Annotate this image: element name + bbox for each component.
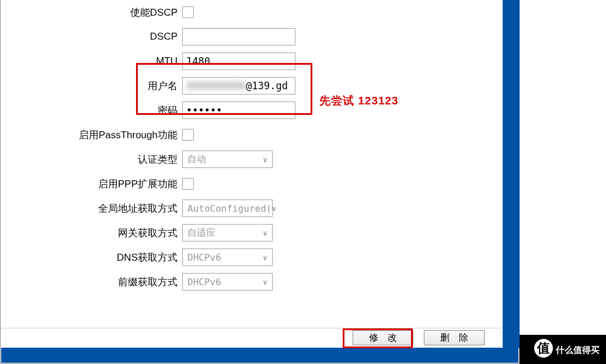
auth-type-select[interactable]: 自动 ∨: [182, 150, 273, 168]
dns-select[interactable]: DHCPv6 ∨: [182, 249, 273, 266]
dscp-input[interactable]: [182, 28, 295, 46]
username-input[interactable]: XXXXXXXXXX@139.gd: [182, 77, 295, 94]
mtu-input[interactable]: [182, 52, 295, 70]
enable-dscp-label: 使能DSCP: [1, 6, 182, 19]
chevron-down-icon: ∨: [272, 204, 277, 213]
right-white-area: [520, 0, 606, 348]
delete-button[interactable]: 删 除: [424, 330, 485, 345]
prefix-label: 前缀获取方式: [1, 275, 182, 289]
watermark-text: 什么值得买: [556, 345, 606, 356]
blue-side-bar: [503, 0, 520, 348]
ppp-ext-label: 启用PPP扩展功能: [1, 177, 182, 191]
password-label: 密码: [1, 104, 182, 117]
enable-dscp-checkbox[interactable]: [182, 6, 194, 18]
chevron-down-icon: ∨: [263, 229, 267, 237]
dns-label: DNS获取方式: [1, 251, 182, 264]
password-input[interactable]: ••••••: [182, 102, 295, 119]
modify-button[interactable]: 修 改: [353, 330, 413, 345]
form-area: 使能DSCP DSCP MTU 用户名 XXXXXXXXXX@139.gd: [1, 0, 502, 348]
ppp-ext-checkbox[interactable]: [182, 178, 194, 190]
prefix-select[interactable]: DHCPv6 ∨: [182, 273, 273, 290]
annotation-text: 先尝试 123123: [319, 93, 399, 108]
button-bar: 修 改 删 除: [1, 328, 502, 348]
chevron-down-icon: ∨: [263, 253, 267, 262]
chevron-down-icon: ∨: [263, 155, 267, 164]
blue-bottom-bar: [1, 348, 518, 363]
gateway-label: 网关获取方式: [1, 226, 182, 240]
chevron-down-icon: ∨: [263, 278, 267, 286]
global-addr-select[interactable]: AutoConfigured( ∨: [182, 200, 273, 217]
auth-type-label: 认证类型: [1, 153, 182, 166]
passthrough-label: 启用PassThrough功能: [1, 128, 182, 142]
watermark-badge-icon: 值: [532, 337, 555, 359]
username-label: 用户名: [1, 79, 182, 93]
dscp-label: DSCP: [1, 31, 182, 43]
mtu-label: MTU: [1, 55, 182, 67]
passthrough-checkbox[interactable]: [182, 129, 194, 141]
global-addr-label: 全局地址获取方式: [1, 202, 182, 215]
gateway-select[interactable]: 自适应 ∨: [182, 224, 273, 242]
